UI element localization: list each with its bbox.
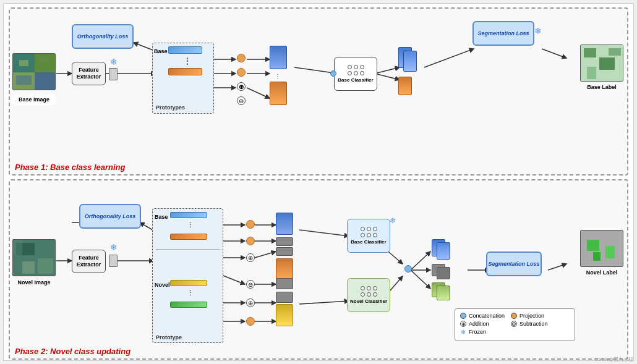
phase1-prototypes-box: Base ⋮ Prototypes — [152, 43, 214, 114]
phase1-base-label-img — [580, 44, 623, 82]
phase1-blue-feat-stack — [270, 46, 287, 69]
phase2-snowflake2: ❄ — [390, 216, 396, 225]
phase2-base-classifier: Base Classifier — [347, 219, 390, 253]
svg-line-11 — [375, 67, 400, 74]
phase1-label: Phase 1: Base class learning — [15, 163, 125, 172]
phase1-orange-feat-stack — [270, 82, 287, 105]
svg-rect-17 — [35, 54, 56, 72]
svg-rect-60 — [587, 240, 599, 251]
phase1-base-classifier: Base Classifier — [334, 57, 377, 91]
phase1-proto-dots: ⋮ — [184, 57, 191, 66]
legend-addition-label: Addition — [469, 321, 489, 327]
svg-line-12 — [375, 74, 400, 80]
phase1-panel: Base Image Feature Extractor ❄ Orthogona… — [9, 7, 628, 176]
phase2-novel-image-label: Novel Image — [12, 279, 56, 286]
phase2-out2b — [437, 267, 450, 279]
svg-line-40 — [255, 252, 276, 258]
svg-rect-26 — [587, 67, 596, 79]
svg-rect-21 — [38, 57, 50, 62]
phase1-circle2 — [237, 68, 246, 77]
svg-rect-56 — [38, 258, 53, 274]
phase1-plus-circle: ⊕ — [237, 82, 246, 91]
svg-rect-25 — [599, 57, 615, 70]
main-container: Base Image Feature Extractor ❄ Orthogona… — [3, 3, 634, 361]
phase1-proto-orange — [168, 68, 202, 75]
phase1-out-orange — [398, 77, 412, 95]
phase2-novel-classifier-label: Novel Classifier — [350, 298, 387, 304]
phase2-novel-classifier: Novel Classifier — [347, 278, 390, 312]
legend-concat-icon — [460, 313, 466, 319]
phase2-orthogonality-loss: Orthogonality Loss — [79, 204, 141, 229]
legend-frozen-label: Frozen — [469, 329, 486, 335]
phase1-snowflake2: ❄ — [534, 26, 542, 36]
svg-line-13 — [424, 49, 474, 67]
phase1-base-image — [12, 53, 56, 90]
phase1-out-blue2 — [403, 51, 417, 72]
phase2-circle-proj3 — [246, 317, 255, 326]
phase2-upper-feat2 — [276, 237, 293, 246]
phase1-base-classifier-label: Base Classifier — [338, 77, 373, 83]
svg-rect-19 — [35, 72, 56, 90]
svg-line-44 — [299, 230, 349, 236]
phase2-novel-image — [12, 239, 56, 276]
phase2-novel-label-img — [580, 230, 623, 267]
svg-line-48 — [411, 252, 430, 270]
phase1-proto-blue-top — [168, 46, 202, 54]
phase2-base-label: Base — [155, 214, 168, 220]
phase2-base-classifier-label: Base Classifier — [351, 239, 386, 245]
phase1-minus-circle: ⊖ — [237, 96, 246, 105]
phase2-feature-block — [109, 255, 118, 267]
phase2-upper-orange-feat — [276, 258, 293, 281]
svg-rect-62 — [593, 252, 601, 261]
phase1-base-image-label: Base Image — [12, 94, 56, 105]
svg-line-45 — [299, 301, 349, 304]
phase2-lower-golden-feat — [276, 304, 293, 326]
svg-line-35 — [220, 274, 245, 284]
legend-box: Concatenation ⊕ Addition ❄ Frozen Projec… — [455, 308, 575, 341]
svg-line-50 — [411, 270, 430, 289]
phase2-plus-circle: ⊕ — [246, 253, 255, 262]
phase1-orthogonality-loss: Orthogonality Loss — [72, 24, 134, 49]
phase2-out3b — [437, 286, 450, 300]
phase1-snowflake1: ❄ — [110, 57, 118, 67]
phase2-panel: Novel Image ❄ Feature Extractor Orthogon… — [9, 179, 628, 360]
phase2-segmentation-loss: Segmentation Loss — [486, 252, 542, 276]
phase2-upper-blue-feat — [276, 213, 293, 235]
phase2-lower-feat1 — [276, 278, 293, 289]
phase1-feature-extractor: Feature Extractor — [72, 62, 106, 85]
phase2-prototype-label: Prototype — [156, 334, 182, 341]
phase2-circle-proj2 — [246, 237, 255, 245]
svg-line-9 — [247, 88, 270, 98]
svg-line-52 — [548, 264, 566, 270]
legend-proj-label: Projection — [519, 313, 544, 319]
phase1-base-label-text: Base Label — [580, 84, 623, 90]
phase2-novel-label-text: Novel Label — [580, 269, 623, 276]
phase2-feature-extractor: Feature Extractor — [72, 250, 106, 273]
legend-addition-icon: ⊕ — [460, 321, 466, 327]
phase1-base-label: Base — [154, 48, 168, 54]
phase2-novel-sub-label: Novel — [155, 282, 170, 288]
phase2-minus-circle: ⊖ — [246, 280, 255, 289]
phase1-feature-block — [109, 68, 118, 80]
phase2-lower-feat2 — [276, 292, 293, 303]
phase2-upper-feat3 — [276, 247, 293, 256]
svg-rect-57 — [22, 261, 35, 274]
legend-proj-icon — [511, 313, 517, 319]
svg-rect-24 — [584, 48, 596, 57]
svg-rect-20 — [19, 60, 28, 66]
phase1-feat-dots: ⋮ — [275, 73, 281, 80]
phase1-segmentation-loss: Segmentation Loss — [472, 21, 534, 46]
legend-frozen-icon: ❄ — [460, 329, 466, 335]
phase1-prototypes-label: Prototypes — [156, 104, 185, 111]
phase1-circle1 — [237, 54, 246, 62]
svg-rect-61 — [605, 246, 615, 258]
svg-rect-22 — [16, 75, 32, 85]
watermark: CSDN@努力小程 — [594, 356, 633, 363]
svg-line-14 — [542, 49, 566, 58]
phase2-label: Phase 2: Novel class updating — [15, 347, 130, 356]
phase2-snowflake1: ❄ — [110, 242, 118, 252]
phase1-concat-circle — [330, 70, 336, 77]
phase2-concat-circle — [404, 265, 412, 273]
phase2-circle-proj1 — [246, 220, 255, 229]
phase2-out1b — [437, 242, 450, 260]
